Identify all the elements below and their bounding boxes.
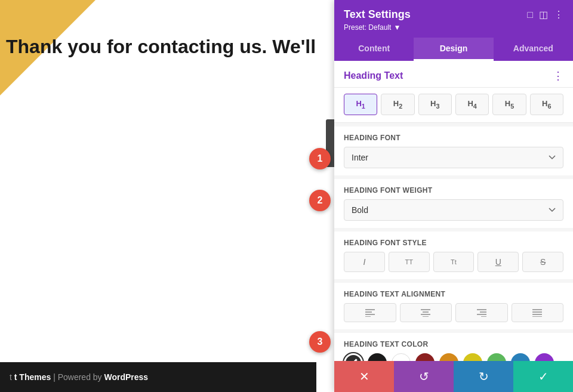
heading-font-select[interactable]: Inter Arial Roboto Open Sans	[344, 147, 563, 168]
style-underline-btn[interactable]: U	[478, 252, 519, 272]
cancel-button[interactable]: ✕	[334, 361, 394, 392]
color-swatch-yellow[interactable]	[463, 353, 482, 361]
heading-color-section: Heading Text Color	[334, 333, 573, 361]
preset-label: Preset: Default	[344, 23, 391, 32]
align-center-btn[interactable]	[400, 303, 452, 322]
footer-bar: t t Themes | Powered by WordPress	[0, 362, 316, 392]
heading-font-style-section: Heading Font Style I TT Tt U S	[334, 232, 573, 279]
heading-h4-btn[interactable]: H4	[455, 94, 489, 115]
style-buttons: I TT Tt U S	[344, 252, 563, 272]
heading-font-weight-select[interactable]: Bold Normal Light Extra Bold	[344, 199, 563, 221]
panel-resize-icon[interactable]: □	[527, 10, 533, 20]
undo-button[interactable]: ↺	[394, 361, 454, 392]
style-uppercase-btn[interactable]: TT	[389, 252, 430, 272]
action-bar: ✕ ↺ ↻ ✓	[334, 361, 573, 392]
heading-font-section: Heading Font Inter Arial Roboto Open San…	[334, 126, 573, 175]
section-more-icon[interactable]: ⋮	[553, 69, 563, 82]
tab-content[interactable]: Content	[334, 38, 414, 61]
color-swatch-red[interactable]	[415, 353, 435, 361]
heading-font-weight-section: Heading Font Weight Bold Normal Light Ex…	[334, 179, 573, 228]
align-justify-btn[interactable]	[512, 303, 564, 322]
page-heading: Thank you for contacting us. We'll ge	[0, 36, 316, 58]
panel-header-top: Text Settings □ ◫ ⋮	[344, 8, 563, 21]
panel-header: Text Settings □ ◫ ⋮ Preset: Default ▼	[334, 0, 573, 38]
tab-design[interactable]: Design	[414, 38, 493, 61]
heading-h5-btn[interactable]: H5	[492, 94, 526, 115]
save-button[interactable]: ✓	[513, 361, 573, 392]
panel-more-icon[interactable]: ⋮	[554, 9, 563, 20]
settings-panel: Text Settings □ ◫ ⋮ Preset: Default ▼ Co…	[334, 0, 573, 392]
alignment-buttons	[344, 303, 563, 322]
panel-header-icons: □ ◫ ⋮	[527, 9, 563, 20]
color-swatch-purple[interactable]	[535, 353, 554, 361]
color-swatch-black[interactable]	[368, 353, 387, 361]
footer-cms: WordPress	[104, 372, 149, 382]
align-left-btn[interactable]	[344, 303, 396, 322]
panel-preset[interactable]: Preset: Default ▼	[344, 23, 563, 32]
footer-powered-by: Powered by	[58, 372, 102, 382]
color-swatch-green[interactable]	[487, 353, 506, 361]
color-swatches-row	[344, 353, 563, 361]
badge-1: 1	[309, 148, 331, 169]
heading-h1-btn[interactable]: H1	[344, 94, 377, 115]
heading-h6-btn[interactable]: H6	[530, 94, 563, 115]
heading-font-style-label: Heading Font Style	[344, 239, 563, 247]
style-strikethrough-btn[interactable]: S	[522, 252, 563, 272]
heading-levels: H1 H2 H3 H4 H5 H6	[334, 88, 573, 123]
color-swatch-orange[interactable]	[439, 353, 458, 361]
panel-body: Heading Text ⋮ H1 H2 H3 H4 H5 H6 Heading…	[334, 61, 573, 361]
badge-2: 2	[309, 190, 331, 211]
footer-themes: t Themes	[14, 372, 51, 382]
panel-tabs: Content Design Advanced	[334, 38, 573, 61]
preset-chevron: ▼	[393, 23, 401, 32]
heading-alignment-section: Heading Text Alignment	[334, 283, 573, 329]
align-right-btn[interactable]	[455, 303, 508, 322]
style-italic-btn[interactable]: I	[344, 252, 385, 272]
color-swatch-blue[interactable]	[511, 353, 530, 361]
tab-advanced[interactable]: Advanced	[494, 38, 573, 61]
section-title: Heading Text	[344, 70, 403, 81]
footer-text: t t Themes | Powered by WordPress	[10, 372, 148, 382]
heading-alignment-label: Heading Text Alignment	[344, 290, 563, 298]
badge-3: 3	[309, 331, 331, 353]
panel-title: Text Settings	[344, 8, 411, 21]
redo-button[interactable]: ↻	[454, 361, 513, 392]
section-header: Heading Text ⋮	[334, 61, 573, 88]
heading-h2-btn[interactable]: H2	[381, 94, 414, 115]
color-swatch-white[interactable]	[392, 353, 411, 361]
color-swatch-eyedropper[interactable]	[344, 353, 363, 361]
style-capitalize-btn[interactable]: Tt	[433, 252, 475, 272]
heading-font-label: Heading Font	[344, 134, 563, 142]
heading-color-label: Heading Text Color	[344, 340, 563, 348]
panel-columns-icon[interactable]: ◫	[539, 9, 548, 20]
heading-h3-btn[interactable]: H3	[418, 94, 452, 115]
heading-font-weight-label: Heading Font Weight	[344, 186, 563, 195]
